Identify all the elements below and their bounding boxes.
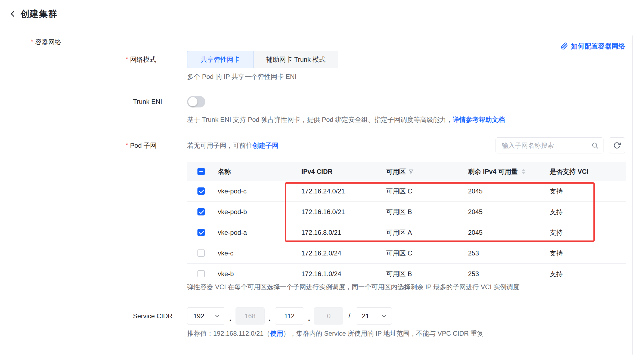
subnet-remaining: 253: [468, 270, 550, 277]
column-header-az-label: 可用区: [386, 167, 406, 176]
chevron-left-icon: [9, 10, 17, 18]
row-checkbox[interactable]: [197, 270, 205, 277]
trunk-eni-toggle[interactable]: [187, 96, 205, 107]
table-row-vke-pod-b[interactable]: vke-pod-b 172.16.16.0/21 可用区 B 2045 支持: [187, 202, 626, 222]
cidr-dot-separator: .: [269, 314, 271, 323]
subnet-table: 名称 IPv4 CIDR 可用区 剩余 IPv4 可用量 是否支持 VCI vk…: [187, 162, 626, 277]
subnet-az: 可用区 B: [386, 270, 468, 277]
subnet-name: vke-pod-c: [218, 187, 301, 195]
required-asterisk: *: [126, 141, 128, 149]
pod-subnet-inline-hint: 若无可用子网，可前往创建子网: [187, 137, 278, 153]
service-cidr-mask-select[interactable]: 21: [356, 307, 392, 325]
network-mode-label-container: * 网络模式: [126, 51, 156, 68]
chevron-down-icon: [214, 313, 221, 319]
service-cidr-inputs: 192 . 168 . 112 . 0 / 21: [187, 307, 392, 325]
container-network-card: 如何配置容器网络 * 网络模式 共享弹性网卡 辅助网卡 Trunk 模式 多个 …: [109, 35, 633, 355]
pod-subnet-label: Pod 子网: [130, 141, 156, 150]
service-cidr-octet4-input: 0: [314, 307, 343, 325]
subnet-vci: 支持: [550, 249, 626, 258]
service-cidr-hint: 推荐值：192.168.112.0/21（使用），集群内的 Service 所使…: [187, 329, 484, 338]
table-row-vke-c[interactable]: vke-c 172.16.2.0/24 可用区 C 253 支持: [187, 243, 626, 264]
network-mode-segmented-control: 共享弹性网卡 辅助网卡 Trunk 模式: [187, 51, 338, 68]
subnet-name: vke-pod-a: [218, 229, 301, 236]
subnet-cidr: 172.16.1.0/24: [301, 270, 386, 277]
subnet-vci: 支持: [550, 208, 626, 216]
trunk-eni-label: Trunk ENI: [133, 96, 162, 107]
service-cidr-mask-value: 21: [362, 312, 369, 320]
required-asterisk: *: [126, 55, 128, 63]
pod-subnet-label-container: * Pod 子网: [126, 137, 157, 153]
subnet-search-tools: [496, 137, 625, 153]
table-row-vke-b[interactable]: vke-b 172.16.1.0/24 可用区 B 253 支持: [187, 264, 626, 277]
trunk-eni-hint: 基于 Trunk ENI 支持 Pod 独占弹性网卡，提供 Pod 绑定安全组、…: [187, 115, 505, 124]
pod-subnet-hint-text: 若无可用子网，可前往: [187, 141, 252, 150]
subnet-remaining: 253: [468, 249, 550, 257]
subnet-az: 可用区 B: [386, 208, 468, 216]
column-header-remaining-label: 剩余 IPv4 可用量: [468, 167, 518, 176]
service-cidr-label: Service CIDR: [133, 307, 172, 325]
column-header-vci[interactable]: 是否支持 VCI: [550, 167, 626, 176]
paperclip-icon: [561, 42, 568, 50]
column-header-remaining[interactable]: 剩余 IPv4 可用量: [468, 167, 550, 176]
subnet-vci: 支持: [550, 228, 626, 237]
service-cidr-hint-suffix: ），集群内的 Service 所使用的 IP 地址范围，不能与 VPC CIDR…: [283, 330, 484, 337]
table-row-vke-pod-c[interactable]: vke-pod-c 172.16.24.0/21 可用区 C 2045 支持: [187, 181, 626, 202]
select-all-checkbox[interactable]: [197, 168, 205, 175]
network-mode-hint: 多个 Pod 的 IP 共享一个弹性网卡 ENI: [187, 72, 296, 81]
subnet-name: vke-pod-b: [218, 208, 301, 216]
column-header-az[interactable]: 可用区: [386, 167, 468, 176]
column-header-name[interactable]: 名称: [218, 167, 301, 176]
section-label-container: * 容器网络: [31, 38, 61, 47]
subnet-table-header: 名称 IPv4 CIDR 可用区 剩余 IPv4 可用量 是否支持 VCI: [187, 162, 626, 181]
create-subnet-link[interactable]: 创建子网: [252, 141, 278, 150]
service-cidr-octet3-input[interactable]: 112: [275, 307, 304, 325]
subnet-vci: 支持: [550, 187, 626, 196]
search-icon[interactable]: [591, 142, 599, 149]
subnet-cidr: 172.16.16.0/21: [301, 208, 386, 216]
subnet-remaining: 2045: [468, 229, 550, 236]
service-cidr-hint-prefix: 推荐值：192.168.112.0/21（: [187, 330, 270, 337]
service-cidr-octet2-input: 168: [236, 307, 265, 325]
chevron-down-icon: [381, 313, 387, 319]
cidr-dot-separator: .: [308, 314, 310, 323]
page-title: 创建集群: [20, 8, 57, 20]
required-asterisk: *: [31, 38, 33, 46]
subnet-search-input[interactable]: [496, 137, 603, 153]
row-checkbox[interactable]: [197, 229, 205, 236]
page-header: 创建集群: [0, 0, 644, 28]
table-row-vke-pod-a[interactable]: vke-pod-a 172.16.8.0/21 可用区 A 2045 支持: [187, 222, 626, 243]
subnet-name: vke-b: [218, 270, 301, 277]
network-mode-option-trunk[interactable]: 辅助网卡 Trunk 模式: [253, 51, 338, 68]
service-cidr-octet1-select[interactable]: 192: [187, 307, 225, 325]
subnet-az: 可用区 C: [386, 249, 468, 258]
subnet-remaining: 2045: [468, 187, 550, 195]
subnet-remaining: 2045: [468, 208, 550, 216]
section-label: 容器网络: [35, 38, 61, 47]
use-recommended-link[interactable]: 使用: [270, 330, 283, 337]
refresh-button[interactable]: [609, 137, 625, 153]
refresh-icon: [613, 142, 621, 149]
row-checkbox[interactable]: [197, 249, 205, 257]
vci-scheduling-hint: 弹性容器 VCI 在每个可用区选择一个子网进行实例调度，同一个可用区内选择剩余 …: [187, 282, 519, 292]
filter-icon[interactable]: [408, 169, 414, 174]
trunk-eni-hint-text: 基于 Trunk ENI 支持 Pod 独占弹性网卡，提供 Pod 绑定安全组、…: [187, 116, 453, 123]
row-checkbox[interactable]: [197, 208, 205, 215]
network-mode-label: 网络模式: [130, 55, 156, 64]
row-checkbox[interactable]: [197, 187, 205, 195]
cidr-dot-separator: .: [229, 314, 231, 323]
back-button[interactable]: [9, 10, 17, 18]
subnet-search-box: [496, 137, 603, 153]
trunk-eni-help-doc-link[interactable]: 详情参考帮助文档: [453, 116, 505, 123]
subnet-name: vke-c: [218, 249, 301, 257]
sort-icon[interactable]: [522, 169, 525, 174]
cidr-slash-separator: /: [348, 312, 350, 320]
configure-network-help-label: 如何配置容器网络: [571, 42, 625, 51]
network-mode-option-shared-eni[interactable]: 共享弹性网卡: [187, 51, 253, 68]
subnet-vci: 支持: [550, 270, 626, 277]
subnet-cidr: 172.16.8.0/21: [301, 229, 386, 236]
subnet-cidr: 172.16.2.0/24: [301, 249, 386, 257]
column-header-cidr[interactable]: IPv4 CIDR: [301, 168, 386, 175]
service-cidr-octet1-value: 192: [193, 312, 204, 320]
configure-network-help-link[interactable]: 如何配置容器网络: [561, 42, 625, 51]
subnet-az: 可用区 C: [386, 187, 468, 196]
